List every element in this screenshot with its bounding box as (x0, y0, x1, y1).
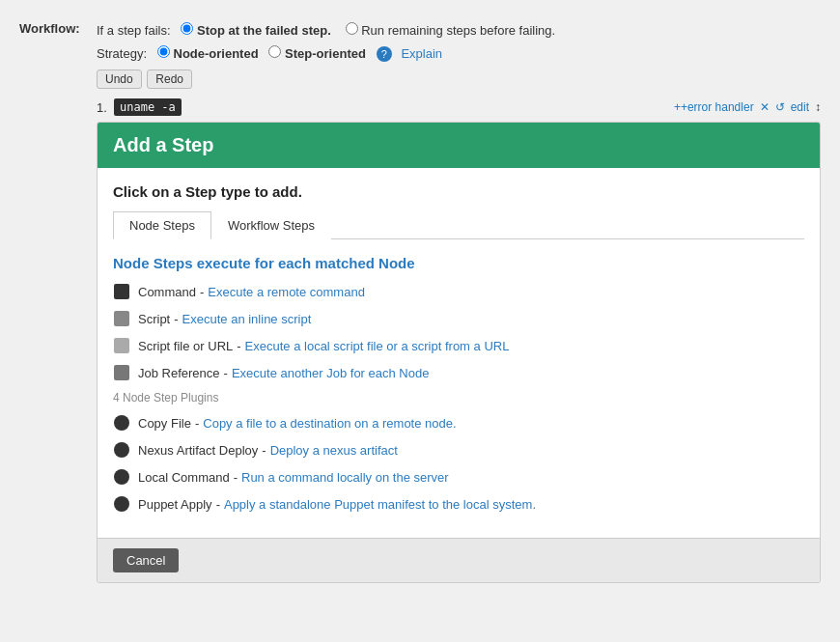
fail-run-radio[interactable] (346, 22, 358, 35)
tab-workflow-steps[interactable]: Workflow Steps (211, 211, 331, 239)
undo-redo-row: Undo Redo (97, 70, 821, 89)
step-command: uname -a (114, 98, 182, 116)
delete-step-btn[interactable]: ✕ (760, 100, 770, 114)
step-row: 1. uname -a ++error handler ✕ ↺ edit ↕ (97, 98, 821, 116)
job-icon (113, 364, 130, 381)
nexus-icon-shape (114, 442, 129, 458)
script-step-name: Script (138, 312, 170, 326)
plus-icon: + (674, 100, 681, 114)
workflow-content: If a step fails: Stop at the failed step… (97, 19, 821, 593)
tab-workflow-steps-label: Workflow Steps (228, 218, 315, 233)
strategy-node-radio[interactable] (157, 45, 170, 58)
puppet-plugin-icon (113, 495, 130, 513)
page-container: Workflow: If a step fails: Stop at the f… (19, 19, 821, 593)
localcmd-icon-shape (114, 469, 129, 485)
scriptfile-step-link[interactable]: Execute a local script file or a script … (245, 339, 510, 353)
strategy-step-text: Step-oriented (285, 46, 366, 61)
strategy-row: Strategy: Node-oriented Step-oriented ? … (97, 45, 821, 62)
localcmd-step-link[interactable]: Run a command locally on the server (241, 470, 449, 485)
command-step-name: Command (138, 285, 196, 299)
plugins-label: 4 Node Step Plugins (113, 391, 804, 405)
localcmd-step-name: Local Command (138, 470, 230, 485)
redo-button[interactable]: Redo (147, 70, 192, 89)
workflow-row: Workflow: If a step fails: Stop at the f… (19, 19, 821, 593)
list-item: Local Command - Run a command locally on… (113, 468, 804, 486)
command-step-link[interactable]: Execute a remote command (208, 285, 365, 299)
command-icon-shape (114, 284, 129, 299)
workflow-fail-options: If a step fails: Stop at the failed step… (97, 19, 821, 42)
add-step-panel: Add a Step Click on a Step type to add. … (97, 122, 821, 583)
fail-run-radio-label[interactable]: Run remaining steps before failing. (346, 23, 556, 38)
copyfile-step-name: Copy File (138, 416, 191, 431)
strategy-node-text: Node-oriented (174, 46, 259, 61)
explain-icon: ? (377, 46, 392, 62)
command-icon (113, 283, 130, 300)
list-item: Script - Execute an inline script (113, 310, 804, 327)
nexus-step-link[interactable]: Deploy a nexus artifact (270, 443, 398, 458)
script-icon-shape (114, 311, 129, 326)
script-icon (113, 310, 130, 327)
step-number: 1. (97, 100, 114, 115)
strategy-label: Strategy: (97, 46, 147, 61)
edit-step-btn[interactable]: edit (791, 100, 809, 114)
add-step-body: Click on a Step type to add. Node Steps … (98, 168, 820, 538)
fail-stop-radio-label[interactable]: Stop at the failed step. (181, 23, 334, 38)
strategy-step-radio[interactable] (268, 45, 281, 58)
script-step-link[interactable]: Execute an inline script (182, 312, 312, 326)
list-item: Puppet Apply - Apply a standalone Puppet… (113, 495, 804, 513)
undo-button[interactable]: Undo (97, 70, 142, 89)
nexus-step-name: Nexus Artifact Deploy (138, 443, 258, 458)
fail-stop-radio[interactable] (181, 22, 193, 35)
nexus-plugin-icon (113, 441, 130, 459)
localcmd-plugin-icon (113, 468, 130, 486)
move-step-icon[interactable]: ↕ (815, 100, 821, 114)
list-item: Command - Execute a remote command (113, 283, 804, 300)
list-item: Script file or URL - Execute a local scr… (113, 337, 804, 354)
scriptfile-icon (113, 337, 130, 354)
strategy-node-label[interactable]: Node-oriented (157, 46, 262, 61)
add-step-header: Add a Step (98, 123, 820, 168)
workflow-label: Workflow: (19, 19, 97, 36)
list-item: Copy File - Copy a file to a destination… (113, 414, 804, 432)
strategy-step-label[interactable]: Step-oriented (268, 46, 369, 61)
list-item: Job Reference - Execute another Job for … (113, 364, 804, 381)
refresh-step-btn[interactable]: ↺ (775, 100, 785, 114)
explain-link[interactable]: Explain (401, 46, 442, 61)
copyfile-icon-shape (114, 415, 129, 431)
scriptfile-step-name: Script file or URL (138, 339, 233, 353)
tab-node-steps[interactable]: Node Steps (113, 211, 211, 239)
job-icon-shape (114, 365, 129, 380)
tab-node-steps-label: Node Steps (129, 218, 195, 233)
node-steps-heading: Node Steps execute for each matched Node (113, 255, 804, 271)
tabs-row: Node Steps Workflow Steps (113, 211, 804, 239)
puppet-step-link[interactable]: Apply a standalone Puppet manifest to th… (224, 497, 536, 512)
fail-stop-label: Stop at the failed step. (197, 23, 331, 38)
puppet-step-name: Puppet Apply (138, 497, 212, 512)
error-handler-label: +error handler (681, 100, 754, 114)
fail-option-label: If a step fails: (97, 23, 171, 38)
cancel-button[interactable]: Cancel (113, 548, 179, 572)
copyfile-step-link[interactable]: Copy a file to a destination on a remote… (203, 416, 456, 431)
add-step-instruction: Click on a Step type to add. (113, 183, 804, 200)
add-step-footer: Cancel (98, 538, 820, 582)
copyfile-plugin-icon (113, 414, 130, 432)
job-step-name: Job Reference (138, 366, 220, 380)
scriptfile-icon-shape (114, 338, 129, 353)
step-actions: ++error handler ✕ ↺ edit ↕ (674, 100, 821, 114)
puppet-icon-shape (114, 496, 129, 512)
error-handler-btn[interactable]: ++error handler (674, 100, 754, 114)
job-step-link[interactable]: Execute another Job for each Node (232, 366, 430, 380)
fail-run-label: Run remaining steps before failing. (361, 23, 555, 38)
list-item: Nexus Artifact Deploy - Deploy a nexus a… (113, 441, 804, 459)
